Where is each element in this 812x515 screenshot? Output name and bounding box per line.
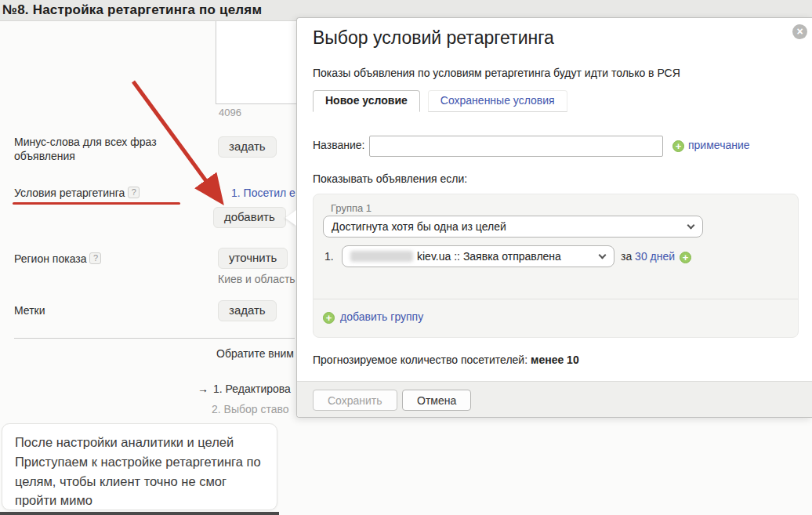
- chevron-down-icon: [599, 252, 607, 259]
- wizard-step-1: →1. Редактирова: [198, 383, 291, 395]
- retargeting-add-button[interactable]: добавить: [213, 207, 286, 228]
- goal-select[interactable]: kiev.ua :: Заявка отправлена: [342, 245, 614, 267]
- add-group-plus-icon[interactable]: +: [323, 312, 335, 324]
- modal-callout-tail: [285, 210, 296, 226]
- tab-saved-conditions[interactable]: Сохраненные условия: [428, 90, 567, 112]
- modal-footer: Сохранить Отмена: [297, 381, 812, 417]
- modal-title: Выбор условий ретаргетинга: [313, 27, 554, 49]
- annotation-note-box: После настройки аналитики и целей Присту…: [2, 423, 277, 510]
- retargeting-conditions-modal: × Выбор условий ретаргетинга Показы объя…: [296, 17, 812, 418]
- region-value: Киев и область: [218, 273, 295, 285]
- period-days-link[interactable]: 30 дней: [635, 250, 675, 263]
- goal-period: за 30 дней+: [621, 250, 691, 263]
- save-button[interactable]: Сохранить: [313, 390, 397, 411]
- blurred-domain-chip: [350, 251, 413, 262]
- current-step-arrow-icon: →: [198, 383, 208, 395]
- forecast-value: менее 10: [531, 354, 579, 366]
- region-label-text: Регион показа: [14, 252, 86, 265]
- name-row: Название:+примечание: [313, 136, 750, 157]
- tags-label: Метки: [14, 304, 45, 318]
- chevron-down-icon: [687, 222, 695, 230]
- minus-words-label: Минус-слова для всех фраз объявления: [14, 136, 194, 163]
- condition-name-input[interactable]: [369, 136, 663, 157]
- modal-tabs: Новое условиеСохраненные условия: [313, 90, 567, 111]
- add-note-plus-icon[interactable]: +: [672, 140, 684, 152]
- add-goal-plus-icon[interactable]: +: [680, 252, 691, 263]
- add-note-link[interactable]: примечание: [688, 139, 750, 151]
- name-label: Название:: [313, 139, 369, 151]
- retargeting-existing-condition-link[interactable]: 1. Посетил ег: [231, 187, 295, 199]
- forecast-line: Прогнозируемое количество посетителей:ме…: [313, 354, 579, 366]
- help-icon[interactable]: ?: [89, 252, 101, 264]
- condition-group-box: Группа 1 Достигнута хотя бы одна из целе…: [313, 194, 799, 338]
- modal-subtitle: Показы объявления по условиям ретаргетин…: [313, 67, 680, 79]
- bottom-dark-bar: [0, 512, 279, 515]
- wizard-step-1-label: 1. Редактирова: [213, 383, 291, 395]
- attention-note: Обратите вним: [216, 347, 294, 360]
- help-icon[interactable]: ?: [128, 187, 140, 198]
- add-group-row: +добавить группу: [323, 310, 423, 324]
- red-underline-annotation: [13, 202, 180, 205]
- wizard-step-2: 2. Выбор ставо: [212, 403, 289, 415]
- group-title: Группа 1: [331, 202, 372, 214]
- retargeting-conditions-label: Условия ретаргетинга?: [14, 187, 140, 201]
- close-icon[interactable]: ×: [792, 24, 807, 39]
- cancel-button[interactable]: Отмена: [402, 390, 471, 411]
- minus-words-textarea[interactable]: [216, 21, 310, 104]
- retargeting-conditions-label-text: Условия ретаргетинга: [14, 187, 125, 199]
- tags-set-button[interactable]: задать: [218, 300, 277, 321]
- group-divider: [314, 299, 798, 299]
- region-refine-button[interactable]: уточнить: [218, 248, 288, 269]
- minus-words-set-button[interactable]: задать: [218, 136, 277, 158]
- goal-row-index: 1.: [324, 250, 334, 263]
- group-logic-select[interactable]: Достигнута хотя бы одна из целей: [323, 216, 703, 238]
- region-label: Регион показа?: [14, 252, 101, 267]
- show-if-label: Показывать объявления если:: [313, 172, 467, 185]
- goal-select-value: kiev.ua :: Заявка отправлена: [417, 250, 561, 263]
- period-prefix: за: [621, 250, 632, 263]
- char-counter: 4096: [219, 107, 241, 118]
- add-group-link[interactable]: добавить группу: [340, 310, 423, 323]
- group-logic-select-value: Достигнута хотя бы одна из целей: [332, 220, 506, 233]
- section-divider: [14, 338, 295, 339]
- tab-new-condition[interactable]: Новое условие: [313, 90, 420, 112]
- forecast-label: Прогнозируемое количество посетителей:: [313, 354, 527, 366]
